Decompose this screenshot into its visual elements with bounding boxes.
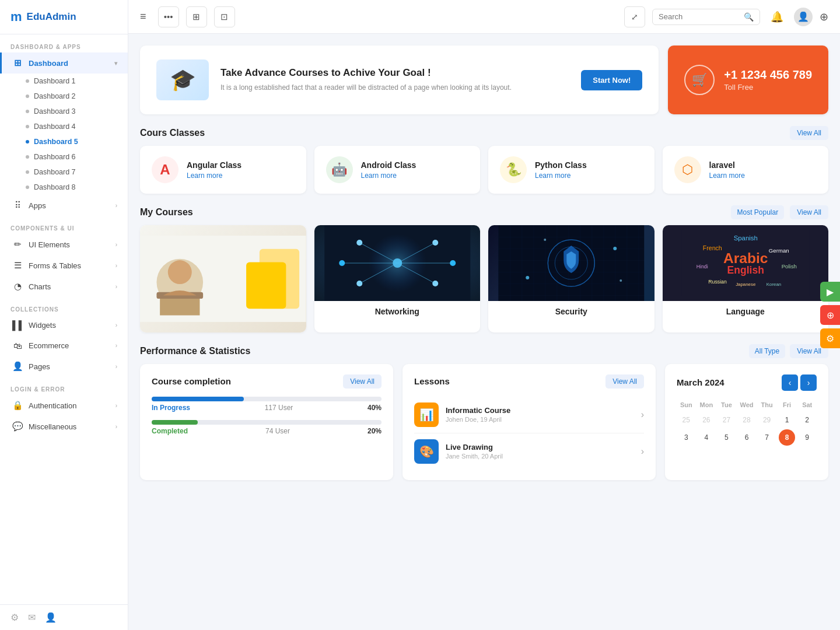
float-btn-green[interactable]: ▶ xyxy=(820,282,840,302)
lesson-item-informatic[interactable]: 📊 Informatic Course Johen Doe, 19 April … xyxy=(414,397,644,433)
logo-text: EduAdmin xyxy=(27,11,76,23)
footer-settings-icon[interactable]: ⚙ xyxy=(10,612,19,623)
cal-day-6[interactable]: 6 xyxy=(738,429,755,446)
completed-pct: 20% xyxy=(368,427,382,435)
lessons-card: Lessons View All 📊 Informatic Course Joh… xyxy=(402,364,656,480)
search-input[interactable] xyxy=(659,12,740,21)
sidebar-sub-dashboard-3[interactable]: Dashboard 3 xyxy=(0,104,128,119)
drawing-sub: Jane Smith, 20 April xyxy=(446,453,634,460)
float-red-icon: ⊕ xyxy=(827,310,834,321)
in-progress-bar xyxy=(152,397,244,401)
performance-section: Performance & Statistics All Type View A… xyxy=(140,344,828,480)
course-card-networking[interactable]: Networking xyxy=(314,225,481,332)
header-more-icon[interactable]: ⊕ xyxy=(820,10,828,23)
cal-day-3[interactable]: 3 xyxy=(678,429,694,446)
cal-label-sun: Sun xyxy=(677,399,696,411)
sidebar-item-authentication[interactable]: 🔒 Authentication › xyxy=(0,395,128,416)
laravel-learn-more[interactable]: Learn more xyxy=(709,172,745,180)
sidebar-sub-dashboard-4[interactable]: Dashboard 4 xyxy=(0,119,128,134)
python-icon: 🐍 xyxy=(500,156,527,183)
course-card-security[interactable]: Security xyxy=(488,225,654,332)
sidebar-item-forms-tables[interactable]: ☰ Forms & Tables › xyxy=(0,255,128,276)
cal-day-29-prev[interactable]: 29 xyxy=(759,412,775,428)
performance-header: Performance & Statistics All Type View A… xyxy=(140,344,828,358)
expand-icon: ⤢ xyxy=(631,12,638,22)
footer-user-icon[interactable]: 👤 xyxy=(45,612,57,623)
dashboard-icon: ⊞ xyxy=(12,58,23,68)
svg-point-29 xyxy=(620,279,622,282)
course-card-python[interactable]: 🐍 Python Class Learn more xyxy=(488,146,654,194)
most-popular-button[interactable]: Most Popular xyxy=(731,205,784,219)
cal-day-25-prev[interactable]: 25 xyxy=(678,412,694,428)
svg-text:Japanese: Japanese xyxy=(736,282,756,287)
header-grid-btn[interactable]: ⊞ xyxy=(186,6,207,27)
menu-toggle-button[interactable]: ≡ xyxy=(140,10,146,23)
python-learn-more[interactable]: Learn more xyxy=(535,172,587,180)
course-card-laravel[interactable]: ⬡ laravel Learn more xyxy=(663,146,829,194)
calendar-card: March 2024 ‹ › Sun Mon Tue Wed Thu Fri S xyxy=(665,364,828,480)
notification-bell[interactable]: 🔔 xyxy=(771,10,783,23)
in-progress-pct: 40% xyxy=(368,404,382,412)
header-dots-btn[interactable]: ••• xyxy=(158,6,179,27)
svg-point-26 xyxy=(613,247,617,250)
expand-button[interactable]: ⤢ xyxy=(624,6,645,27)
course-card-angular[interactable]: A Angular Class Learn more xyxy=(140,146,306,194)
sidebar-item-label-ecommerce: Ecommerce xyxy=(29,341,110,350)
float-btn-red[interactable]: ⊕ xyxy=(820,305,840,325)
course-name-android: Android Class xyxy=(361,160,416,170)
angular-learn-more[interactable]: Learn more xyxy=(187,172,242,180)
cal-day-7[interactable]: 7 xyxy=(759,429,775,446)
phone-label: Toll Free xyxy=(724,83,812,92)
calendar-prev-button[interactable]: ‹ xyxy=(782,374,798,391)
float-btn-orange[interactable]: ⚙ xyxy=(820,328,840,348)
course-name-angular: Angular Class xyxy=(187,160,242,170)
chevron-icon-dashboard: ▾ xyxy=(114,60,117,66)
sidebar-item-ecommerce[interactable]: 🛍 Ecommerce › xyxy=(0,335,128,356)
cal-day-5[interactable]: 5 xyxy=(718,429,734,446)
sidebar-sub-dashboard-8[interactable]: Dashboard 8 xyxy=(0,180,128,195)
drawing-name: Live Drawing xyxy=(446,443,634,452)
completion-view-all[interactable]: View All xyxy=(343,374,382,388)
sidebar-item-widgets[interactable]: ▌▌ Widgets › xyxy=(0,315,128,335)
avatar[interactable]: 👤 xyxy=(794,8,813,26)
course-card-language[interactable]: Arabic English French German Hindi Polis… xyxy=(663,225,829,332)
cal-day-28-prev[interactable]: 28 xyxy=(738,412,755,428)
header-layout-btn[interactable]: ⊡ xyxy=(214,6,235,27)
cal-day-4[interactable]: 4 xyxy=(698,429,715,446)
courses-section: Cours Classes View All A Angular Class L… xyxy=(140,126,828,194)
android-learn-more[interactable]: Learn more xyxy=(361,172,416,180)
footer-email-icon[interactable]: ✉ xyxy=(28,612,36,623)
sidebar-sub-dashboard-1[interactable]: Dashboard 1 xyxy=(0,74,128,89)
cal-day-27-prev[interactable]: 27 xyxy=(718,412,734,428)
cal-day-2[interactable]: 2 xyxy=(799,412,816,428)
sidebar-item-dashboard[interactable]: ⊞ Dashboard ▾ xyxy=(0,52,128,74)
sidebar-item-apps[interactable]: ⠿ Apps › xyxy=(0,195,128,216)
cal-day-26-prev[interactable]: 26 xyxy=(698,412,715,428)
course-card-android[interactable]: 🤖 Android Class Learn more xyxy=(314,146,481,194)
sidebar-item-ui-elements[interactable]: ✏ UI Elements › xyxy=(0,234,128,255)
sidebar-item-pages[interactable]: 👤 Pages › xyxy=(0,356,128,377)
sidebar-sub-dashboard-2[interactable]: Dashboard 2 xyxy=(0,89,128,104)
charts-icon: ◔ xyxy=(12,281,23,292)
cal-day-1[interactable]: 1 xyxy=(779,412,795,428)
svg-text:French: French xyxy=(702,244,722,251)
apps-icon: ⠿ xyxy=(12,200,23,211)
lessons-view-all[interactable]: View All xyxy=(606,374,644,388)
all-type-button[interactable]: All Type xyxy=(749,344,785,358)
sidebar-sub-dashboard-6[interactable]: Dashboard 6 xyxy=(0,149,128,164)
sidebar-sub-dashboard-7[interactable]: Dashboard 7 xyxy=(0,164,128,180)
sidebar-sub-dashboard-5[interactable]: Dashboard 5 xyxy=(0,134,128,149)
networking-thumbnail xyxy=(314,225,481,301)
cal-day-8-today[interactable]: 8 xyxy=(779,429,795,446)
my-courses-view-all-button[interactable]: View All xyxy=(790,205,828,219)
lesson-item-drawing[interactable]: 🎨 Live Drawing Jane Smith, 20 April › xyxy=(414,433,644,470)
course-card-management[interactable]: Manegement xyxy=(140,225,306,332)
cal-day-9[interactable]: 9 xyxy=(799,429,816,446)
sidebar-item-misc[interactable]: 💬 Miscellaneous › xyxy=(0,416,128,437)
security-label: Security xyxy=(488,301,654,322)
sidebar: m EduAdmin DASHBOARD & APPS ⊞ Dashboard … xyxy=(0,0,128,630)
calendar-next-button[interactable]: › xyxy=(800,374,817,391)
courses-view-all-button[interactable]: View All xyxy=(790,126,828,140)
start-now-button[interactable]: Start Now! xyxy=(581,70,642,90)
sidebar-item-charts[interactable]: ◔ Charts › xyxy=(0,276,128,297)
